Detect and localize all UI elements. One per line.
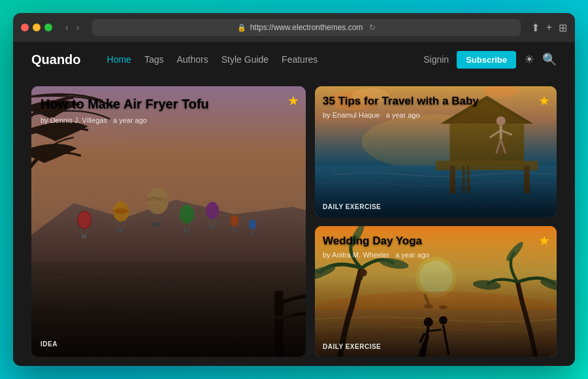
reload-icon[interactable]: ↻	[369, 23, 376, 32]
travel-tag: DAILY EXERCISE	[323, 203, 549, 210]
featured-title: How to Make Air Fryer Tofu	[41, 95, 297, 112]
featured-card-content: IDEA	[31, 331, 306, 357]
traffic-light-green[interactable]	[44, 24, 52, 31]
travel-meta: by Enamul Haque a year ago	[323, 111, 549, 119]
yoga-meta: by Anitra M. Wheeler a year ago	[323, 251, 549, 259]
traffic-light-red[interactable]	[21, 24, 29, 31]
grid-icon[interactable]: ⊞	[559, 22, 567, 34]
featured-card[interactable]: ★ IDEA How to Make Air Fryer Tofu by Den…	[31, 86, 306, 357]
search-icon[interactable]: 🔍	[542, 52, 557, 67]
url-text: https://www.electronthemes.com	[250, 23, 363, 32]
subscribe-button[interactable]: Subscribe	[457, 51, 516, 69]
theme-toggle-icon[interactable]: ☀	[524, 52, 534, 67]
featured-top-content: How to Make Air Fryer Tofu by Dennis J. …	[31, 86, 306, 133]
browser-chrome: ‹ › 🔒 https://www.electronthemes.com ↻ ⬆…	[13, 13, 575, 42]
right-column: ★ 35 Tips for Travel with a Baby by Enam…	[315, 86, 557, 357]
yoga-title: Wedding Day Yoga	[323, 234, 549, 248]
nav-links: Home Tags Authors Style Guide Features	[107, 54, 408, 65]
back-button[interactable]: ‹	[63, 21, 71, 34]
site-content: Quando Home Tags Authors Style Guide Fea…	[13, 42, 575, 366]
yoga-card[interactable]: ★ Wedding Day Yoga by Anitra M. Wheeler …	[315, 226, 557, 357]
yoga-top-content: Wedding Day Yoga by Anitra M. Wheeler a …	[315, 226, 557, 267]
lock-icon: 🔒	[237, 24, 246, 32]
nav-link-features[interactable]: Features	[282, 54, 318, 65]
nav-link-tags[interactable]: Tags	[144, 54, 164, 65]
yoga-author: by Anitra M. Wheeler	[323, 251, 389, 259]
browser-actions: ⬆ + ⊞	[531, 22, 567, 34]
travel-time: a year ago	[386, 111, 420, 119]
traffic-light-yellow[interactable]	[33, 24, 41, 31]
navbar: Quando Home Tags Authors Style Guide Fea…	[13, 42, 575, 77]
featured-time: a year ago	[113, 116, 147, 124]
travel-title: 35 Tips for Travel with a Baby	[323, 94, 549, 108]
yoga-time: a year ago	[395, 251, 429, 259]
main-content: ★ IDEA How to Make Air Fryer Tofu by Den…	[13, 77, 575, 366]
nav-arrows: ‹ ›	[63, 21, 82, 34]
nav-right: Signin Subscribe ☀ 🔍	[423, 51, 557, 69]
signin-link[interactable]: Signin	[423, 54, 449, 65]
share-icon[interactable]: ⬆	[531, 22, 540, 34]
site-logo[interactable]: Quando	[31, 52, 81, 67]
nav-link-home[interactable]: Home	[107, 54, 131, 65]
featured-card-tag: IDEA	[41, 340, 297, 348]
nav-link-style-guide[interactable]: Style Guide	[221, 54, 269, 65]
travel-top-content: 35 Tips for Travel with a Baby by Enamul…	[315, 86, 557, 127]
featured-author: by Dennis J. Villegas	[41, 116, 107, 124]
yoga-tag: DAILY EXERCISE	[323, 343, 549, 350]
travel-card[interactable]: ★ 35 Tips for Travel with a Baby by Enam…	[315, 86, 557, 217]
traffic-lights	[21, 24, 52, 31]
browser-window: ‹ › 🔒 https://www.electronthemes.com ↻ ⬆…	[13, 13, 575, 366]
forward-button[interactable]: ›	[74, 21, 82, 34]
travel-author: by Enamul Haque	[323, 111, 380, 119]
featured-meta: by Dennis J. Villegas a year ago	[41, 116, 297, 124]
address-bar[interactable]: 🔒 https://www.electronthemes.com ↻	[92, 19, 520, 36]
travel-bottom-content: DAILY EXERCISE	[315, 197, 557, 217]
add-tab-icon[interactable]: +	[546, 22, 552, 34]
yoga-bottom-content: DAILY EXERCISE	[315, 337, 557, 357]
nav-link-authors[interactable]: Authors	[176, 54, 208, 65]
